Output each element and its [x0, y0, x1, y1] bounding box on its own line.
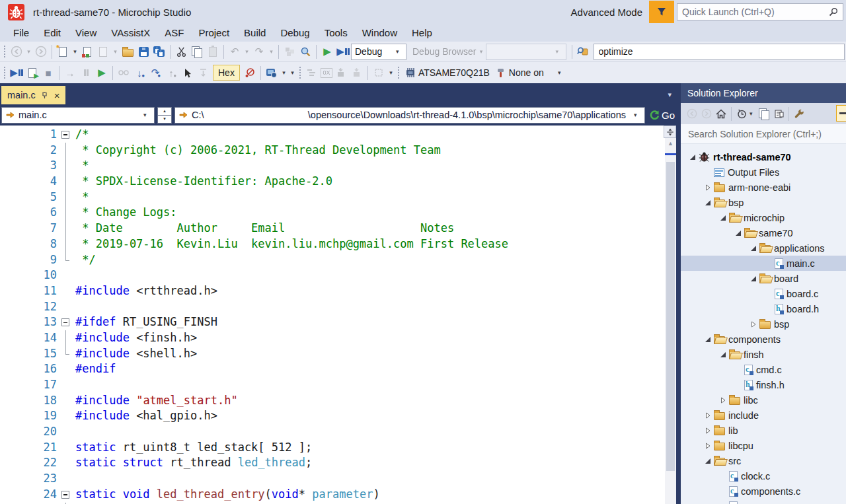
run-to-cursor-button[interactable] — [196, 65, 210, 81]
code-text[interactable]: * SPDX-License-Identifier: Apache-2.0 — [75, 174, 332, 190]
new-file-dropdown[interactable]: ▾ — [71, 44, 79, 59]
line-number[interactable]: 24 — [0, 487, 57, 503]
line-number[interactable]: 23 — [0, 471, 57, 487]
program-device-button[interactable] — [334, 65, 348, 81]
io-view-dropdown[interactable]: ▾ — [280, 65, 288, 81]
tree-item-finsh-h[interactable]: hfinsh.h — [681, 377, 846, 392]
menu-item-project[interactable]: Project — [191, 25, 237, 40]
code-text[interactable]: * 2019-07-16 Kevin.Liu kevin.liu.mchp@gm… — [75, 236, 508, 252]
code-text[interactable]: * — [75, 158, 89, 174]
code-text[interactable]: * — [75, 190, 89, 205]
code-text[interactable]: static rt_uint8_t led_stack[ 512 ]; — [75, 440, 312, 456]
continue-button[interactable]: ▶ — [9, 65, 24, 81]
undo-dropdown[interactable]: ▾ — [243, 44, 250, 59]
cursor-arrow-button[interactable] — [180, 65, 194, 81]
code-text[interactable]: /* — [75, 127, 89, 143]
code-text[interactable]: */ — [75, 252, 96, 268]
code-line-24[interactable]: 24static void led_thread_entry(void* par… — [0, 487, 665, 503]
menu-item-debug[interactable]: Debug — [273, 25, 317, 40]
line-number[interactable]: 11 — [0, 283, 57, 299]
line-number[interactable]: 22 — [0, 455, 57, 471]
code-line-17[interactable]: 17 — [0, 377, 665, 393]
tree-item-libcpu[interactable]: libcpu — [681, 438, 846, 453]
line-number[interactable]: 4 — [0, 174, 57, 190]
code-line-8[interactable]: 8 * 2019-07-16 Kevin.Liu kevin.liu.mchp@… — [0, 236, 665, 252]
expander-closed-icon[interactable] — [701, 427, 714, 434]
line-number[interactable]: 15 — [0, 346, 57, 362]
expander-open-icon[interactable] — [747, 245, 759, 252]
line-number[interactable]: 18 — [0, 393, 57, 409]
expander-open-icon[interactable] — [747, 275, 759, 282]
line-number[interactable]: 21 — [0, 440, 57, 456]
code-text[interactable]: #include <shell.h> — [75, 346, 197, 362]
code-line-1[interactable]: 1/* — [0, 127, 665, 143]
hex-toggle-button[interactable]: Hex — [213, 65, 240, 81]
copy-button[interactable] — [190, 44, 204, 59]
redo-button[interactable]: ↷ — [252, 44, 266, 59]
code-line-11[interactable]: 11#include <rtthread.h> — [0, 283, 665, 299]
tree-item-main-c[interactable]: cmain.c — [681, 256, 846, 271]
expander-closed-icon[interactable] — [701, 443, 714, 449]
line-number[interactable]: 19 — [0, 408, 57, 424]
code-text[interactable]: #ifdef RT_USING_FINSH — [75, 314, 217, 330]
code-line-21[interactable]: 21static rt_uint8_t led_stack[ 512 ]; — [0, 440, 665, 456]
line-number[interactable]: 6 — [0, 205, 57, 221]
tree-item-cmd-c[interactable]: ccmd.c — [681, 362, 846, 377]
show-next-statement-button[interactable]: → — [63, 65, 77, 81]
expander-open-icon[interactable] — [716, 215, 729, 221]
line-number[interactable]: 2 — [0, 143, 57, 159]
stop-button[interactable]: ■ — [41, 65, 56, 81]
cut-button[interactable] — [174, 44, 188, 59]
code-line-13[interactable]: 13#ifdef RT_USING_FINSH — [0, 314, 665, 330]
spinner-up-button[interactable]: ▴ — [157, 107, 172, 116]
line-number[interactable]: 10 — [0, 268, 57, 283]
call-stack-button[interactable] — [305, 65, 319, 81]
code-text[interactable]: static struct rt_thread led_thread; — [75, 455, 312, 471]
tree-item-partial[interactable]: c — [681, 499, 846, 504]
code-text[interactable]: #include <finsh.h> — [75, 330, 197, 346]
expander-closed-icon[interactable] — [747, 321, 759, 328]
debug-browser-dropdown[interactable]: ▾ — [478, 44, 485, 59]
code-line-12[interactable]: 12 — [0, 299, 665, 315]
tree-item-finsh[interactable]: finsh — [681, 347, 846, 362]
toolbar-overflow-button[interactable]: ▾ — [387, 65, 395, 81]
fold-collapse-box[interactable] — [61, 491, 69, 499]
start-without-debugging-button[interactable]: ▶ — [320, 44, 334, 59]
new-project-button[interactable] — [96, 44, 110, 59]
start-button[interactable]: ▶ — [95, 65, 109, 81]
io-view-button[interactable] — [264, 65, 279, 81]
code-line-7[interactable]: 7 * Date Author Email Notes — [0, 221, 665, 236]
menu-item-view[interactable]: View — [68, 25, 104, 40]
tree-item-arm-none-eabi[interactable]: arm-none-eabi — [681, 180, 846, 195]
navigate-backward-dropdown[interactable]: ▾ — [25, 44, 32, 59]
solution-explorer-search[interactable] — [681, 124, 846, 144]
debug-browser-label[interactable]: Debug Browser — [412, 44, 477, 59]
line-number[interactable]: 7 — [0, 221, 57, 236]
step-out-button[interactable]: ↑● — [164, 65, 178, 81]
spinner-down-button[interactable]: ▾ — [157, 116, 172, 124]
line-number[interactable]: 14 — [0, 330, 57, 346]
toolbar-grip[interactable] — [3, 45, 7, 58]
tree-item-bsp[interactable]: bsp — [681, 316, 846, 332]
code-text[interactable]: static void led_thread_entry(void* param… — [75, 487, 380, 503]
scope-combobox[interactable]: main.c ▾ — [1, 107, 155, 124]
tree-item-rt-thread-same70[interactable]: rt-thread-same70 — [681, 149, 846, 164]
menu-item-help[interactable]: Help — [404, 25, 440, 40]
tree-item-include[interactable]: include — [681, 408, 846, 423]
line-number[interactable]: 5 — [0, 190, 57, 205]
pending-changes-filter-button[interactable] — [734, 106, 749, 121]
paste-button[interactable] — [206, 44, 220, 59]
advanced-mode-filter-button[interactable] — [649, 1, 674, 23]
tree-item-components[interactable]: components — [681, 332, 846, 347]
properties-wrench-icon[interactable] — [792, 106, 806, 121]
step-over-button[interactable]: ↷● — [148, 65, 163, 81]
go-button[interactable]: Go — [649, 110, 675, 121]
code-editor[interactable]: 1/*2 * Copyright (c) 2006-2021, RT-Threa… — [0, 126, 676, 504]
menu-item-vassistx[interactable]: VAssistX — [104, 25, 157, 40]
toolbar-grip[interactable] — [3, 66, 7, 79]
tree-item-board-h[interactable]: hboard.h — [681, 301, 846, 316]
tree-item-same70[interactable]: same70 — [681, 225, 846, 240]
code-text[interactable]: #include <hal_gpio.h> — [75, 408, 217, 424]
menu-item-build[interactable]: Build — [237, 25, 273, 40]
line-number[interactable]: 1 — [0, 127, 57, 143]
